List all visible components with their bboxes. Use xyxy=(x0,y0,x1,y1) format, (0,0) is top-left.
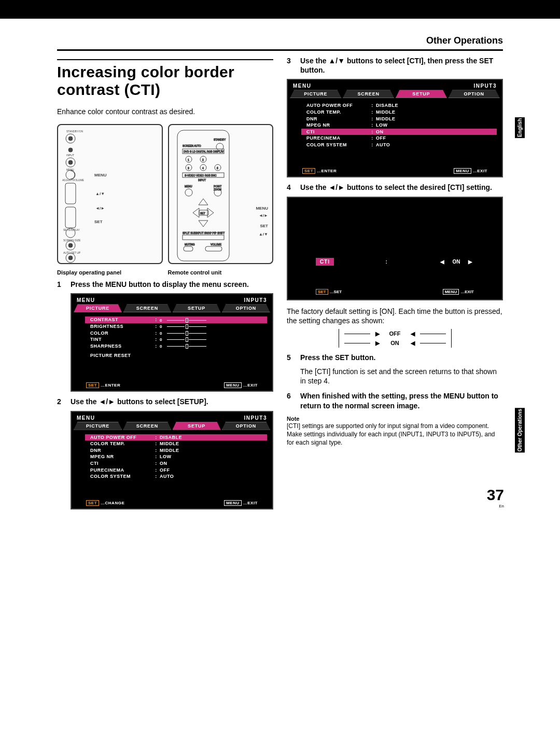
svg-text:MUTING: MUTING xyxy=(185,243,195,246)
svg-text:1: 1 xyxy=(188,158,189,161)
toggle-on-label: ON xyxy=(385,340,405,346)
step-5-body: The [CTI] function is set and the screen… xyxy=(287,367,503,387)
osd-tab-setup: SETUP xyxy=(173,304,221,312)
osd-footer-set-badge: SET xyxy=(302,168,315,174)
display-panel-figure: MENU ▲/▼ ◄/► SET xyxy=(57,124,163,264)
remote-caption: Remote control unit xyxy=(168,269,274,276)
step-4-followup: The factory default setting is [ON]. Eac… xyxy=(287,307,503,326)
remote-label-updown: ▲/▼ xyxy=(259,232,268,237)
step-3-head: Use the ▲/▼ buttons to select [CTI], the… xyxy=(300,56,503,75)
osd-footer-change: …CHANGE xyxy=(101,501,124,505)
osd-row-val: AUTO xyxy=(160,473,262,480)
osd-row-val: DISABLE xyxy=(160,434,262,441)
step-4-head: Use the ◄/► buttons to select the desire… xyxy=(300,183,492,192)
osd-row-key: COLOR TEMP. xyxy=(306,109,369,116)
svg-text:STANDBY/ON: STANDBY/ON xyxy=(66,130,83,133)
osd-row-key: CTI xyxy=(90,460,152,467)
toggle-off-label: OFF xyxy=(385,330,405,337)
cti-value: ON xyxy=(446,259,467,265)
osd-row-val: DISABLE xyxy=(376,102,492,109)
svg-point-21 xyxy=(216,143,223,150)
svg-text:VOLUME: VOLUME xyxy=(211,243,222,246)
osd-footer-exit: …EXIT xyxy=(473,169,487,173)
osd-row-key: PURECINEMA xyxy=(90,467,152,474)
svg-point-4 xyxy=(68,160,73,164)
figure-cluster: MENU ▲/▼ ◄/► SET xyxy=(57,124,273,264)
page-number: 37 En xyxy=(487,486,504,508)
note-heading: Note xyxy=(287,416,503,422)
osd-menu-picture: MENUINPUT3 PICTURE SCREEN SETUP OPTION C… xyxy=(71,293,273,392)
osd-row-key: DNR xyxy=(90,447,152,454)
step-number: 6 xyxy=(287,391,295,410)
remote-label-menu: MENU xyxy=(256,206,268,211)
svg-point-1 xyxy=(68,136,73,141)
svg-text:2: 2 xyxy=(202,158,204,161)
left-arrow-icon: ◀ xyxy=(439,259,446,265)
osd-row-key: COLOR SYSTEM xyxy=(306,142,369,148)
osd-row-val: 0 xyxy=(160,337,162,342)
svg-text:INPUT: INPUT xyxy=(66,154,74,157)
svg-rect-7 xyxy=(65,207,76,228)
svg-rect-6 xyxy=(65,183,76,204)
svg-rect-51 xyxy=(205,246,222,251)
osd-footer-menu-badge: MENU xyxy=(443,289,459,295)
svg-text:SET/DISPLAY: SET/DISPLAY xyxy=(63,228,80,231)
osd-row-val: LOW xyxy=(160,453,262,460)
osd-row-key: CONTRAST xyxy=(90,316,152,323)
step-number: 4 xyxy=(287,183,295,192)
osd-row-key: TINT xyxy=(90,336,152,343)
svg-rect-47 xyxy=(183,235,224,240)
osd-tab-option: OPTION xyxy=(222,422,270,430)
osd-footer-exit: …EXIT xyxy=(243,383,258,388)
note-body: [CTI] settings are supported only for in… xyxy=(287,422,503,447)
osd-footer-set-badge: SET xyxy=(316,289,328,295)
osd-tab-option: OPTION xyxy=(448,90,500,98)
osd-row-val: 0 xyxy=(160,343,162,349)
osd-row-val: MIDDLE xyxy=(376,116,492,122)
osd-tab-screen: SCREEN xyxy=(343,90,395,98)
toggle-diagram: ▶ OFF ◀ ▶ ON ◀ xyxy=(333,329,457,348)
top-rule xyxy=(57,49,503,51)
cti-label: CTI xyxy=(316,258,334,266)
step-2-head: Use the ◄/► buttons to select [SETUP]. xyxy=(71,397,208,406)
osd-footer-set-badge: SET xyxy=(86,382,99,388)
osd-input: INPUT3 xyxy=(244,297,267,303)
side-tab-section: Other Operations xyxy=(515,408,525,452)
osd-row-key: COLOR SYSTEM xyxy=(90,473,152,480)
osd-input: INPUT3 xyxy=(244,415,267,421)
osd-row-val: 0 xyxy=(160,318,162,323)
osd-footer-setaction: …SET xyxy=(330,290,342,294)
svg-text:5: 5 xyxy=(217,167,218,170)
svg-text:ADJUST/VOLUME: ADJUST/VOLUME xyxy=(62,178,85,182)
osd-row-key: SHARPNESS xyxy=(90,343,152,350)
svg-text:3: 3 xyxy=(188,167,189,170)
osd-tab-setup: SETUP xyxy=(396,90,447,98)
panel-icons: STANDBY/ON INPUT MENU ADJUST/VOLUME SET/… xyxy=(62,129,93,264)
step-number: 5 xyxy=(287,353,295,362)
osd-tab-screen: SCREEN xyxy=(123,422,171,430)
osd-tab-option: OPTION xyxy=(222,304,270,312)
osd-row-key: CTI xyxy=(306,129,369,135)
osd-title: MENU xyxy=(77,297,95,303)
step-5-head: Press the SET button. xyxy=(300,353,375,362)
osd-footer-exit: …EXIT xyxy=(460,290,474,294)
svg-text:S-VIDEO VIDEO RGB BNC: S-VIDEO VIDEO RGB BNC xyxy=(185,174,217,177)
osd-footer-enter: …ENTER xyxy=(101,383,120,388)
osd-row-val: AUTO xyxy=(376,142,492,148)
osd-tab-setup: SETUP xyxy=(173,422,221,430)
svg-text:MENU: MENU xyxy=(185,185,192,188)
osd-row-val: 0 xyxy=(160,324,162,329)
svg-text:INPUT: INPUT xyxy=(198,178,206,182)
right-arrow-icon: ▶ xyxy=(467,259,474,265)
svg-rect-50 xyxy=(184,246,193,251)
osd-row-key: MPEG NR xyxy=(90,453,152,460)
osd-row-val: LOW xyxy=(376,122,492,129)
svg-text:DVD S LD DIGITAL RGB DISPLAY: DVD S LD DIGITAL RGB DISPLAY xyxy=(184,150,224,153)
osd-footer-enter: …ENTER xyxy=(317,169,337,173)
remote-label-leftright: ◄/► xyxy=(259,213,268,218)
osd-row-key: AUTO POWER OFF xyxy=(90,434,152,441)
page-title: Increasing color border contrast (CTI) xyxy=(57,59,273,98)
step-number: 2 xyxy=(57,397,65,406)
running-head: Other Operations xyxy=(57,35,503,46)
osd-row-key: AUTO POWER OFF xyxy=(306,102,369,109)
